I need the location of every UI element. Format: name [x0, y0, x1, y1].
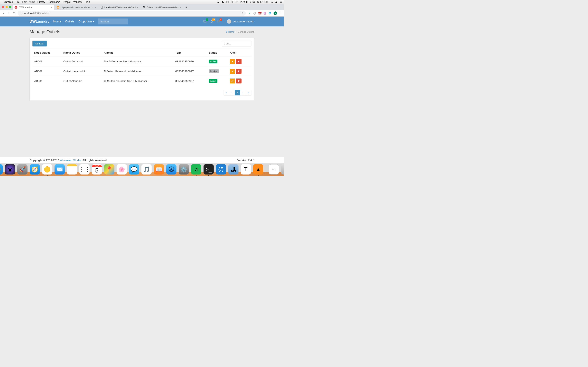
dock-safari[interactable]: 🧭: [30, 164, 40, 174]
clock[interactable]: Sun 11.15: [257, 0, 268, 3]
keyboard-icon[interactable]: [252, 1, 255, 3]
wifi-icon[interactable]: [236, 1, 238, 3]
close-tab-icon[interactable]: ×: [51, 6, 52, 9]
tab-4[interactable]: GitHub - avil13/vue-sweetalert ×: [141, 5, 183, 10]
flag-badge: 9: [219, 18, 222, 21]
nav-outlets[interactable]: Outlets: [65, 20, 75, 23]
page-next[interactable]: ›: [240, 90, 246, 95]
dock: 😀 ◉ 🚀 🧭 🟡 ✉️ ⋮⋮ MAY5 📍 🌸 💬 🎵 📖 Ⓐ ⚙️ ♫ >_…: [0, 163, 284, 176]
forward-button[interactable]: [7, 11, 11, 15]
tambah-button[interactable]: Tambah: [33, 41, 47, 46]
delete-button[interactable]: [236, 78, 242, 83]
page-first[interactable]: «: [224, 90, 229, 95]
menu-bookmarks[interactable]: Bookmarks: [48, 0, 60, 3]
chrome-menu-icon[interactable]: ⋮: [279, 12, 282, 15]
dock-siri[interactable]: ◉: [5, 164, 15, 174]
brand-logo[interactable]: DWLaundry: [30, 19, 49, 24]
close-tab-icon[interactable]: ×: [180, 6, 181, 9]
nav-home[interactable]: Home: [53, 20, 61, 23]
edit-button[interactable]: [230, 78, 235, 83]
page-1[interactable]: 1: [235, 90, 240, 95]
menubar-app[interactable]: Chrome: [3, 0, 13, 3]
breadcrumb-home[interactable]: Home: [225, 30, 234, 33]
bell-icon[interactable]: 10: [210, 20, 213, 23]
notification-center-icon[interactable]: [280, 1, 282, 3]
delete-button[interactable]: [236, 59, 242, 64]
menu-view[interactable]: View: [29, 0, 35, 3]
dock-textedit[interactable]: T: [241, 164, 251, 174]
extension-circle-icon[interactable]: ◯: [253, 12, 256, 15]
menu-people[interactable]: People: [63, 0, 71, 3]
dock-itunes[interactable]: 🎵: [141, 164, 152, 174]
menu-help[interactable]: Help: [85, 0, 90, 3]
cell-status: Active: [207, 76, 228, 86]
minimize-window[interactable]: [6, 6, 8, 8]
dock-launchpad[interactable]: 🚀: [17, 164, 27, 174]
dock-vscode[interactable]: ⟨/⟩: [216, 164, 226, 174]
navbar-search-input[interactable]: [98, 18, 128, 25]
siri-tray-icon[interactable]: ◉: [275, 0, 277, 3]
vlc-tray-icon[interactable]: ▲: [217, 0, 219, 3]
tab-2[interactable]: pMA phpmyadmin.test / localhost / d ×: [55, 5, 98, 10]
menu-file[interactable]: File: [16, 0, 19, 3]
dock-ibooks[interactable]: 📖: [154, 164, 164, 174]
maximize-window[interactable]: [9, 6, 11, 8]
dock-calendar[interactable]: MAY5: [92, 164, 102, 174]
dock-photos[interactable]: 🌸: [117, 164, 127, 174]
dock-vlc[interactable]: ▲: [253, 164, 263, 174]
edit-button[interactable]: [230, 59, 235, 64]
tray-box-icon[interactable]: [226, 1, 229, 3]
tab-3[interactable]: localhost:8000/api/outlets?api ×: [99, 5, 140, 10]
flag-icon[interactable]: 9: [217, 20, 220, 23]
dock-appstore[interactable]: Ⓐ: [166, 164, 176, 174]
profile-avatar[interactable]: a: [274, 11, 277, 15]
dock-trash[interactable]: 🗑: [281, 164, 284, 174]
dock-preview[interactable]: 🏞: [228, 164, 238, 174]
reload-button[interactable]: [12, 11, 16, 15]
address-bar[interactable]: ⓘ localhost:8000/outlets/ ☆: [17, 11, 246, 16]
dock-spotify[interactable]: ♫: [191, 164, 201, 174]
menu-edit[interactable]: Edit: [22, 0, 26, 3]
cell-nama: Outlet Alauddin: [62, 76, 102, 86]
dock-reminders[interactable]: ⋮⋮: [79, 164, 89, 174]
cors-extension-icon[interactable]: CORS: [258, 12, 261, 15]
close-window[interactable]: [2, 6, 4, 8]
delete-button[interactable]: [236, 69, 242, 74]
back-button[interactable]: [2, 11, 6, 15]
cari-input[interactable]: [222, 41, 251, 47]
spotlight-icon[interactable]: [270, 1, 273, 3]
menu-history[interactable]: History: [37, 0, 45, 3]
nav-dropdown[interactable]: Dropdown: [78, 20, 94, 23]
star-icon[interactable]: ☆: [241, 12, 243, 15]
user-menu[interactable]: Alexander Pierce: [227, 19, 254, 24]
dock-maps[interactable]: 📍: [104, 164, 114, 174]
dock-file[interactable]: MKV: [269, 164, 279, 174]
vue-devtools-icon[interactable]: ▼: [248, 12, 251, 15]
new-tab-button[interactable]: +: [185, 6, 188, 9]
dock-chrome[interactable]: 🟡: [42, 164, 52, 174]
globe-icon[interactable]: 🌐: [268, 12, 271, 15]
dock-notes[interactable]: [67, 164, 77, 174]
mail-icon[interactable]: 4: [203, 20, 207, 23]
page-prev[interactable]: ‹: [229, 90, 235, 95]
close-tab-icon[interactable]: ×: [137, 6, 138, 9]
close-tab-icon[interactable]: ×: [95, 6, 96, 9]
dock-mail[interactable]: ✉️: [54, 164, 65, 174]
dock-messages[interactable]: 💬: [129, 164, 139, 174]
edit-button[interactable]: [230, 69, 235, 74]
battery-indicator[interactable]: 26%: [241, 0, 250, 3]
extension-box-icon[interactable]: ✕: [264, 12, 266, 15]
url-path: :8000/outlets/: [34, 12, 49, 15]
cell-nama: Outlet Pettarani: [62, 57, 102, 67]
bluetooth-icon[interactable]: [231, 1, 233, 3]
page-last[interactable]: »: [246, 90, 251, 95]
footer-studio-link[interactable]: Almsaeed Studio: [60, 159, 81, 162]
th-telp: Telp: [173, 49, 207, 57]
site-info-icon[interactable]: ⓘ: [20, 11, 22, 15]
tab-1[interactable]: DW DW Laundry ×: [13, 5, 54, 10]
menu-window[interactable]: Window: [73, 0, 82, 3]
dock-settings[interactable]: ⚙️: [179, 164, 189, 174]
dock-finder[interactable]: 😀: [0, 164, 3, 174]
dock-terminal[interactable]: >_: [204, 164, 214, 174]
cloud-icon[interactable]: [222, 1, 224, 3]
